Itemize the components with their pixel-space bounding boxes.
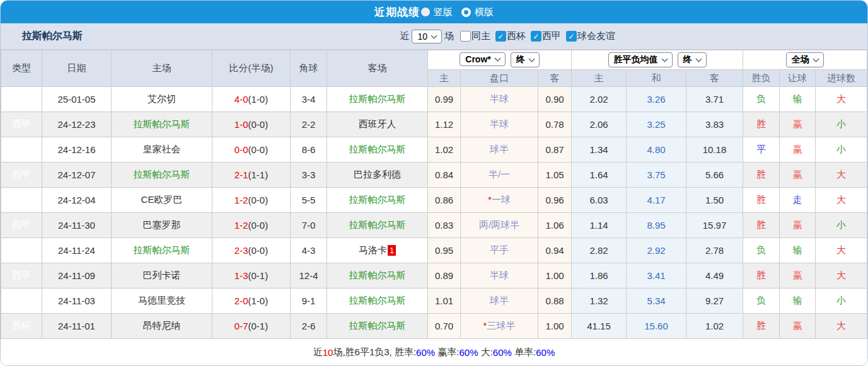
corner-count: 7-0 xyxy=(291,213,327,238)
col-header-home: 主场 xyxy=(112,50,212,87)
away-team: 马洛卡1 xyxy=(327,238,428,263)
result-handicap: 赢 xyxy=(780,263,816,289)
checkbox-label-0[interactable]: 同主 xyxy=(472,30,490,42)
mean-draw: 2.92 xyxy=(627,238,686,263)
scope-group-header: 全场 xyxy=(743,50,867,70)
odds-time-select[interactable]: 终 xyxy=(511,52,540,67)
table-row: 西杯24-12-04CE欧罗巴1-2(0-0)5-5拉斯帕尔马斯0.86*一球0… xyxy=(1,188,867,213)
scope-select[interactable]: 全场 xyxy=(786,52,824,67)
score: 2-0(1-0) xyxy=(212,289,291,314)
mean-home: 2.02 xyxy=(572,87,627,112)
odds-home: 0.83 xyxy=(428,213,461,238)
table-row: 西杯24-11-01昂特尼纳0-7(0-1)2-6拉斯帕尔马斯0.70*三球半1… xyxy=(1,314,867,339)
mean-away: 1.02 xyxy=(686,314,743,339)
match-type: 西甲 xyxy=(1,263,42,289)
results-table: 类型 日期 主场 比分(半场) 角球 客场 Crow*终 胜平负均值终 全场 主… xyxy=(1,50,867,339)
match-type: 西甲 xyxy=(1,112,42,137)
checkbox-1[interactable] xyxy=(495,31,506,42)
score: 0-7(0-1) xyxy=(212,314,291,339)
chevron-down-icon xyxy=(494,55,501,62)
mean-home: 1.34 xyxy=(572,137,627,163)
col-header-date: 日期 xyxy=(42,50,112,87)
layout-radio-horizontal[interactable] xyxy=(461,8,471,17)
result-wdl: 胜 xyxy=(743,213,780,238)
checkbox-label-3[interactable]: 球会友谊 xyxy=(577,30,615,42)
mean-home: 1.86 xyxy=(572,263,627,289)
result-handicap: 赢 xyxy=(780,213,816,238)
mean-draw: 4.80 xyxy=(627,137,686,163)
near-count-select[interactable]: 10 xyxy=(412,30,442,43)
mean-away: 1.50 xyxy=(686,188,743,213)
mean-time-select[interactable]: 终 xyxy=(678,52,707,67)
summary-text: 60% xyxy=(416,347,435,358)
mean-home: 1.32 xyxy=(572,289,627,314)
summary-text: 场,胜6平1负3, 胜率: xyxy=(333,346,416,358)
mean-type-select[interactable]: 胜平负均值 xyxy=(608,52,673,67)
subcol-mean-draw: 和 xyxy=(627,70,686,87)
corner-count: 3-4 xyxy=(291,87,327,112)
layout-radio-horizontal-label[interactable]: 横版 xyxy=(475,6,494,18)
match-date: 24-11-30 xyxy=(42,213,112,238)
mean-draw: 3.41 xyxy=(627,263,686,289)
handicap: 两/两球半 xyxy=(461,213,538,238)
odds-home: 0.84 xyxy=(428,163,461,188)
result-wdl: 胜 xyxy=(743,188,780,213)
layout-radio-vertical[interactable] xyxy=(421,8,430,16)
home-team: 昂特尼纳 xyxy=(112,314,212,339)
home-team: 巴塞罗那 xyxy=(112,213,212,238)
table-row: 西甲24-11-03马德里竞技2-0(1-0)9-1拉斯帕尔马斯1.01球半0.… xyxy=(1,289,867,314)
score: 0-0(0-0) xyxy=(212,137,291,163)
handicap: 半球 xyxy=(461,87,538,112)
table-row: 西甲24-12-16皇家社会0-0(0-0)8-6拉斯帕尔马斯1.02球半0.8… xyxy=(1,137,867,163)
checkbox-label-1[interactable]: 西杯 xyxy=(507,30,526,42)
checkbox-3[interactable] xyxy=(566,31,577,42)
away-team: 西班牙人 xyxy=(327,112,428,137)
odds-away: 0.88 xyxy=(538,289,572,314)
away-team: 拉斯帕尔马斯 xyxy=(327,188,428,213)
odds-group-header: Crow*终 xyxy=(428,50,572,70)
score: 1-3(0-1) xyxy=(212,263,291,289)
match-type: 西甲 xyxy=(1,238,42,263)
team-name: 拉斯帕尔马斯 xyxy=(22,30,83,43)
match-type: 西甲 xyxy=(1,137,42,163)
corner-count: 2-2 xyxy=(291,112,327,137)
odds-away: 1.06 xyxy=(538,213,572,238)
odds-away: 0.94 xyxy=(538,238,572,263)
result-wdl: 胜 xyxy=(743,263,780,289)
filter-checkboxes: 同主西杯西甲球会友谊 xyxy=(456,30,616,42)
home-team: 艾尔切 xyxy=(112,87,212,112)
result-handicap: 赢 xyxy=(780,137,816,163)
odds-provider-select[interactable]: Crow* xyxy=(460,52,505,66)
home-team: 拉斯帕尔马斯 xyxy=(112,238,212,263)
subcol-mean-away: 客 xyxy=(686,70,743,87)
away-team: 巴拉多利德 xyxy=(327,163,428,188)
result-wdl: 负 xyxy=(743,289,780,314)
match-type: 西甲 xyxy=(1,213,42,238)
corner-count: 4-3 xyxy=(291,238,327,263)
filter-bar: 拉斯帕尔马斯 近 10 场 同主西杯西甲球会友谊 xyxy=(1,23,867,50)
summary-text: 10 xyxy=(323,347,333,358)
title-bar: 近期战绩 竖版 横版 xyxy=(1,1,867,23)
subcol-result: 胜负 xyxy=(743,70,780,87)
checkbox-0[interactable] xyxy=(460,31,471,42)
layout-radio-vertical-label[interactable]: 竖版 xyxy=(434,6,453,18)
summary-text: 单率: xyxy=(512,346,536,358)
match-date: 24-12-04 xyxy=(42,188,112,213)
checkbox-2[interactable] xyxy=(531,31,541,42)
odds-away: 1.05 xyxy=(538,163,572,188)
away-team: 拉斯帕尔马斯 xyxy=(327,289,428,314)
odds-home: 1.02 xyxy=(428,137,461,163)
result-goals: 大 xyxy=(816,238,867,263)
checkbox-label-2[interactable]: 西甲 xyxy=(542,30,561,42)
home-team: 皇家社会 xyxy=(112,137,212,163)
score: 2-3(0-0) xyxy=(212,238,291,263)
mean-away: 9.27 xyxy=(686,289,743,314)
odds-home: 0.99 xyxy=(428,87,461,112)
result-wdl: 负 xyxy=(743,87,780,112)
match-date: 24-12-23 xyxy=(42,112,112,137)
subcol-mean-home: 主 xyxy=(572,70,627,87)
away-team: 拉斯帕尔马斯 xyxy=(327,137,428,163)
col-header-type: 类型 xyxy=(1,50,42,87)
result-goals: 大 xyxy=(816,87,867,112)
results-tbody: 西杯25-01-05艾尔切4-0(1-0)3-4拉斯帕尔马斯0.99半球0.90… xyxy=(1,87,867,339)
